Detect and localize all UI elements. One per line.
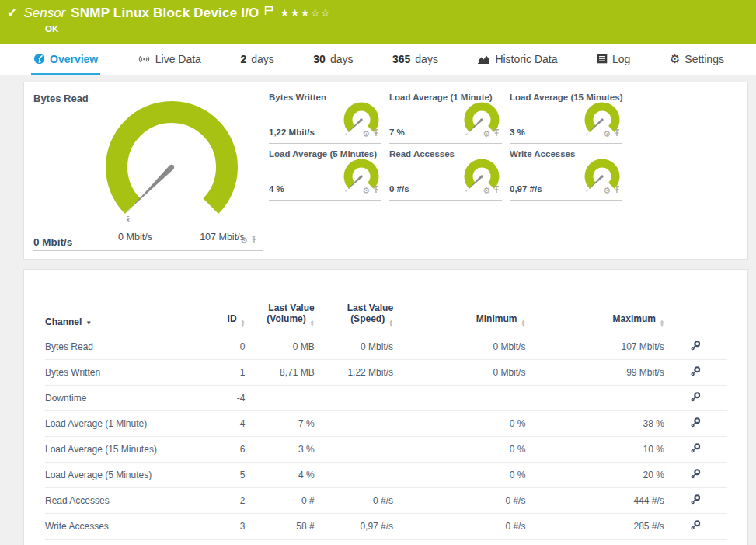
tab-2-days[interactable]: 2 days xyxy=(238,44,276,75)
status-badge: OK xyxy=(45,24,748,33)
column-header-maximum[interactable]: Maximum▲▼ xyxy=(525,302,664,334)
gauge-current-value: 3 % xyxy=(510,128,525,137)
tab-settings[interactable]: ⚙ Settings xyxy=(667,44,726,75)
gauge-settings-icon[interactable]: ⚙ xyxy=(603,126,611,140)
gauge-settings-icon[interactable]: ⚙ xyxy=(362,183,370,197)
tile-separator xyxy=(269,200,381,201)
channel-name[interactable]: Read Accesses xyxy=(45,488,200,514)
channel-name[interactable]: Bytes Read xyxy=(45,334,200,360)
column-header-last-value-speed[interactable]: Last Value (Speed)▲▼ xyxy=(315,302,393,334)
tab-30-days[interactable]: 30 days xyxy=(311,44,355,75)
column-header-minimum[interactable]: Minimum▲▼ xyxy=(393,302,525,334)
gauge-settings-icon[interactable]: ⚙ xyxy=(603,183,611,197)
channel-maximum: 444 #/s xyxy=(525,488,664,514)
gauge-pin-icon[interactable] xyxy=(613,126,621,140)
channel-last-value-volume: 3 % xyxy=(246,437,315,463)
tab-label: Log xyxy=(612,53,630,65)
tab-overview[interactable]: Overview xyxy=(31,44,100,75)
tab-label: days xyxy=(415,53,438,65)
channel-last-value-volume: 58 # xyxy=(246,514,315,540)
gauge-pin-icon[interactable] xyxy=(613,183,621,197)
channel-id: 5 xyxy=(200,463,246,488)
channel-settings-icon[interactable] xyxy=(690,471,702,482)
gauge-tile-load-average-1-minute: Load Average (1 Minute) 7 % ⚙ xyxy=(389,93,510,144)
tab-label: Live Data xyxy=(155,53,201,65)
gauge-current-value: 4 % xyxy=(269,184,284,194)
channel-name[interactable]: Load Average (15 Minutes) xyxy=(45,437,200,463)
column-header-id[interactable]: ID▲▼ xyxy=(200,302,246,334)
channel-settings-icon[interactable] xyxy=(690,522,702,533)
gauge-icon xyxy=(33,53,45,65)
tab-historic-data[interactable]: Historic Data xyxy=(475,44,559,75)
gauge-tile-load-average-15-minutes: Load Average (15 Minutes) 3 % ⚙ xyxy=(510,93,630,144)
gauge-pin-icon[interactable] xyxy=(493,183,500,197)
channel-table-body: Bytes Read 0 0 MB 0 Mbit/s 0 Mbit/s 107 … xyxy=(45,334,727,540)
gauge-settings-icon[interactable]: ⚙ xyxy=(362,126,370,140)
channel-minimum: 0 % xyxy=(393,411,525,437)
channel-last-value-speed xyxy=(315,463,393,488)
average-marker: x̄ xyxy=(126,215,131,224)
sort-icon: ▲▼ xyxy=(241,320,246,327)
channel-maximum: 38 % xyxy=(525,411,664,437)
channel-maximum xyxy=(525,386,664,411)
table-row: Load Average (5 Minutes) 5 4 % 0 % 20 % xyxy=(45,463,727,488)
channel-maximum: 10 % xyxy=(525,437,664,463)
column-header-channel[interactable]: Channel▼ xyxy=(45,302,200,334)
sort-desc-icon: ▼ xyxy=(85,320,92,327)
gauge-pin-icon[interactable] xyxy=(372,183,380,197)
gauge-settings-icon[interactable]: ⚙ xyxy=(240,232,248,246)
tab-365-days[interactable]: 365 days xyxy=(390,44,441,75)
channel-settings-icon[interactable] xyxy=(690,369,702,379)
tile-separator xyxy=(510,200,622,201)
priority-stars[interactable]: ★★★☆☆ xyxy=(280,7,332,19)
channel-last-value-volume: 8,71 MB xyxy=(246,360,315,386)
channel-table-panel: Channel▼ ID▲▼ Last Value (Volume)▲▼ Last… xyxy=(23,269,748,545)
table-row: Load Average (1 Minute) 4 7 % 0 % 38 % xyxy=(45,411,727,437)
bytes-read-gauge xyxy=(98,93,246,222)
channel-maximum: 107 Mbit/s xyxy=(525,334,664,360)
tab-bar: Overview Live Data 2 days 30 days 365 da… xyxy=(0,44,756,75)
sensor-title: SNMP Linux Block Device I/O xyxy=(71,5,259,21)
gauge-settings-icon[interactable]: ⚙ xyxy=(483,126,490,140)
gauge-tile-bytes-read: Bytes Read x̄ 0 Mbit/s 107 Mbit/s 0 Mbit… xyxy=(24,82,269,251)
gauge-settings-icon[interactable]: ⚙ xyxy=(483,183,490,197)
channel-last-value-speed xyxy=(315,386,393,411)
tile-separator xyxy=(269,143,381,144)
table-row: Write Accesses 3 58 # 0,97 #/s 0 #/s 285… xyxy=(45,514,727,540)
channel-name[interactable]: Downtime xyxy=(45,386,200,411)
channel-settings-icon[interactable] xyxy=(690,420,702,431)
gauge-pin-icon[interactable] xyxy=(493,126,500,140)
channel-id: -4 xyxy=(200,386,246,411)
channel-id: 3 xyxy=(200,514,246,540)
column-header-last-value-volume[interactable]: Last Value (Volume)▲▼ xyxy=(246,302,315,334)
small-gauges-grid: Bytes Written 1,22 Mbit/s ⚙ Load Average… xyxy=(269,93,746,206)
channel-name[interactable]: Load Average (1 Minute) xyxy=(45,411,200,437)
gauge-pin-icon[interactable] xyxy=(372,126,380,140)
channel-name[interactable]: Bytes Written xyxy=(45,360,200,386)
channel-last-value-speed xyxy=(315,437,393,463)
channel-minimum: 0 % xyxy=(393,463,525,488)
sensor-header-bar: ✓ Sensor SNMP Linux Block Device I/O ★★★… xyxy=(0,0,756,44)
tab-log[interactable]: Log xyxy=(594,44,632,75)
channel-minimum: 0 % xyxy=(393,437,525,463)
tab-live-data[interactable]: Live Data xyxy=(135,44,204,75)
live-icon xyxy=(138,54,151,65)
channel-name[interactable]: Write Accesses xyxy=(45,514,200,540)
gauge-current-value: 1,22 Mbit/s xyxy=(269,128,315,137)
channel-id: 4 xyxy=(200,411,246,437)
channel-name[interactable]: Load Average (5 Minutes) xyxy=(45,463,200,488)
gauge-current-value: 7 % xyxy=(389,128,405,137)
channel-settings-icon[interactable] xyxy=(690,343,702,354)
gauge-tile-write-accesses: Write Accesses 0,97 #/s ⚙ xyxy=(510,149,630,201)
channel-last-value-volume: 7 % xyxy=(246,411,315,437)
channel-last-value-volume xyxy=(246,386,315,411)
channel-settings-icon[interactable] xyxy=(690,497,702,508)
priority-flag-icon[interactable] xyxy=(264,5,273,16)
channel-minimum: 0 Mbit/s xyxy=(393,360,525,386)
table-row: Bytes Written 1 8,71 MB 1,22 Mbit/s 0 Mb… xyxy=(45,360,727,386)
gauge-current-value: 0 #/s xyxy=(389,184,409,194)
gauge-pin-icon[interactable] xyxy=(250,232,258,246)
channel-settings-icon[interactable] xyxy=(690,445,702,456)
channel-minimum xyxy=(393,386,525,411)
channel-settings-icon[interactable] xyxy=(690,394,702,405)
